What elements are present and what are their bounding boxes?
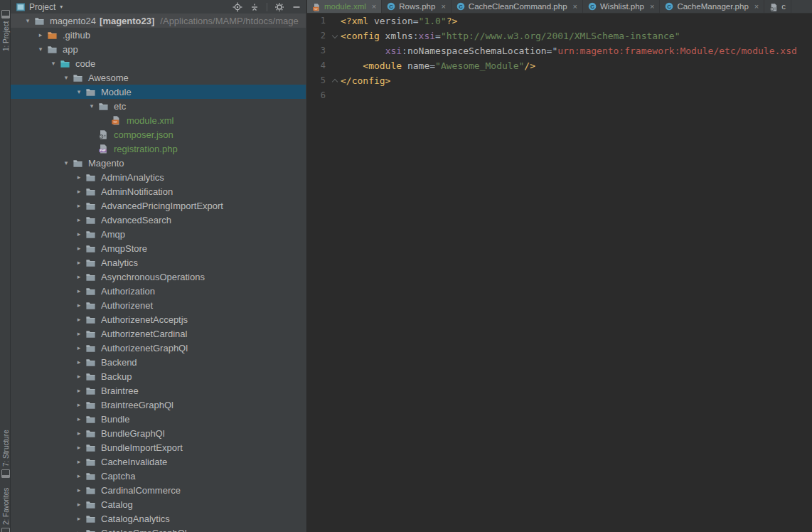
tree-row-advancedsearch[interactable]: ▸AdvancedSearch [11,213,306,227]
tree-row-advancedpricingimportexport[interactable]: ▸AdvancedPricingImportExport [11,198,306,213]
tree-expand-closed-icon[interactable]: ▸ [73,469,85,483]
tree-row-awesome[interactable]: ▾Awesome [11,70,306,85]
code-line-5[interactable]: 5</config> [307,73,812,88]
tree-expand-closed-icon[interactable]: ▸ [73,298,85,312]
tree-expand-closed-icon[interactable]: ▸ [73,227,85,241]
tree-expand-closed-icon[interactable]: ▸ [73,483,85,497]
stripe-favorites-button[interactable]: 2: Favorites [1,488,10,532]
tree-row-authorizenetcardinal[interactable]: ▸AuthorizenetCardinal [11,326,306,341]
tree-row-amqpstore[interactable]: ▸AmqpStore [11,241,306,255]
tree-row-cacheinvalidate[interactable]: ▸CacheInvalidate [11,454,306,469]
tree-row-adminnotification[interactable]: ▸AdminNotification [11,184,306,198]
tree-row-cardinalcommerce[interactable]: ▸CardinalCommerce [11,483,306,497]
tree-expand-closed-icon[interactable]: ▸ [73,526,85,532]
collapse-all-icon[interactable] [250,2,260,12]
tree-row-captcha[interactable]: ▸Captcha [11,469,306,483]
tree-expand-open-icon[interactable]: ▾ [34,42,47,56]
project-panel-title[interactable]: Project [29,2,55,12]
stripe-structure-button[interactable]: 7: Structure [1,430,10,478]
tab-cachecleancommand-php[interactable]: CCacheCleanCommand.php× [452,0,583,13]
tree-expand-open-icon[interactable]: ▾ [73,85,85,99]
tab-rows-php[interactable]: CRows.php× [382,0,452,13]
hide-panel-icon[interactable] [292,2,301,12]
tree-row-bundle[interactable]: ▸Bundle [11,412,306,426]
tree-expand-closed-icon[interactable]: ▸ [73,341,85,355]
close-tab-icon[interactable]: × [441,2,445,11]
tree-expand-closed-icon[interactable]: ▸ [73,440,85,454]
tree-expand-closed-icon[interactable]: ▸ [73,383,85,398]
fold-marker-icon[interactable] [329,28,341,43]
tree-row-authorizenetgraphql[interactable]: ▸AuthorizenetGraphQl [11,341,306,355]
tree-row-cataloganalytics[interactable]: ▸CatalogAnalytics [11,511,306,526]
tree-expand-closed-icon[interactable]: ▸ [73,511,85,526]
tree-row-magento[interactable]: ▾Magento [11,156,306,170]
tree-row-module-xml[interactable]: <>module.xml [11,113,306,127]
fold-marker-icon[interactable] [329,73,341,88]
tree-row-authorizenetacceptjs[interactable]: ▸AuthorizenetAcceptjs [11,312,306,326]
tree-expand-closed-icon[interactable]: ▸ [73,270,85,284]
tree-row-asynchronousoperations[interactable]: ▸AsynchronousOperations [11,270,306,284]
locate-file-icon[interactable] [233,2,242,12]
tab-module-xml[interactable]: <>module.xml× [307,0,382,13]
tree-expand-closed-icon[interactable]: ▸ [73,312,85,326]
tree-expand-closed-icon[interactable]: ▸ [73,198,85,213]
stripe-project-button[interactable]: 1: Project [1,10,10,51]
tree-expand-closed-icon[interactable]: ▸ [73,398,85,412]
tree-expand-open-icon[interactable]: ▾ [60,156,73,170]
close-tab-icon[interactable]: × [754,2,759,11]
tree-row-amqp[interactable]: ▸Amqp [11,227,306,241]
tree-expand-closed-icon[interactable]: ▸ [73,284,85,298]
tree-row-module[interactable]: ▾Module [11,85,306,99]
tree-row-authorizenet[interactable]: ▸Authorizenet [11,298,306,312]
tree-expand-closed-icon[interactable]: ▸ [34,28,47,42]
tree-row-braintree[interactable]: ▸Braintree [11,383,306,398]
tree-expand-closed-icon[interactable]: ▸ [73,412,85,426]
tree-row-authorization[interactable]: ▸Authorization [11,284,306,298]
tree-row-composer-json[interactable]: composer.json [11,127,306,142]
tree-row-catalogcmsgraphql[interactable]: ▸CatalogCmsGraphQl [11,526,306,532]
tree-expand-closed-icon[interactable]: ▸ [73,213,85,227]
tree-row-adminanalytics[interactable]: ▸AdminAnalytics [11,170,306,184]
tree-row-app[interactable]: ▾app [11,42,306,56]
tree-expand-closed-icon[interactable]: ▸ [73,355,85,369]
tree-row-magento24[interactable]: ▾magento24[magento23]/Applications/MAMP/… [11,14,306,28]
tree-row-bundleimportexport[interactable]: ▸BundleImportExport [11,440,306,454]
tree-row-github[interactable]: ▸.github [11,28,306,42]
tree-row-backend[interactable]: ▸Backend [11,355,306,369]
chevron-down-icon[interactable]: ▾ [60,4,63,10]
code-line-2[interactable]: 2<config xmlns:xsi="http://www.w3.org/20… [307,28,812,43]
tree-row-registration-php[interactable]: PHPregistration.php [11,142,306,156]
tree-expand-open-icon[interactable]: ▾ [21,14,34,28]
close-tab-icon[interactable]: × [650,2,654,11]
close-tab-icon[interactable]: × [372,2,376,11]
tree-row-braintreegraphql[interactable]: ▸BraintreeGraphQl [11,398,306,412]
tree-expand-closed-icon[interactable]: ▸ [73,454,85,469]
tree-row-code[interactable]: ▾code [11,56,306,70]
tab-wishlist-php[interactable]: CWishlist.php× [583,0,660,13]
tree-row-etc[interactable]: ▾etc [11,99,306,113]
tree-expand-closed-icon[interactable]: ▸ [73,255,85,270]
tab-c[interactable]: c [764,0,791,13]
tree-expand-closed-icon[interactable]: ▸ [73,426,85,440]
tree-expand-closed-icon[interactable]: ▸ [73,184,85,198]
tree-expand-closed-icon[interactable]: ▸ [73,170,85,184]
code-line-3[interactable]: 3 xsi:noNamespaceSchemaLocation="urn:mag… [307,43,812,58]
settings-gear-icon[interactable] [274,2,284,12]
tree-row-catalog[interactable]: ▸Catalog [11,497,306,511]
tree-expand-closed-icon[interactable]: ▸ [73,497,85,511]
tree-expand-open-icon[interactable]: ▾ [85,99,98,113]
tree-expand-open-icon[interactable]: ▾ [60,70,73,85]
tree-row-backup[interactable]: ▸Backup [11,369,306,383]
close-tab-icon[interactable]: × [573,2,577,11]
tab-cachemanager-php[interactable]: CCacheManager.php× [660,0,764,13]
code-editor[interactable]: 1<?xml version="1.0"?>2<config xmlns:xsi… [307,14,812,103]
tree-row-analytics[interactable]: ▸Analytics [11,255,306,270]
code-line-4[interactable]: 4 <module name="Awesome_Module"/> [307,58,812,73]
code-line-1[interactable]: 1<?xml version="1.0"?> [307,14,812,28]
tree-expand-closed-icon[interactable]: ▸ [73,241,85,255]
tree-expand-closed-icon[interactable]: ▸ [73,326,85,341]
tree-expand-closed-icon[interactable]: ▸ [73,369,85,383]
tree-expand-open-icon[interactable]: ▾ [47,56,60,70]
code-line-6[interactable]: 6 [307,88,812,103]
tree-row-bundlegraphql[interactable]: ▸BundleGraphQl [11,426,306,440]
